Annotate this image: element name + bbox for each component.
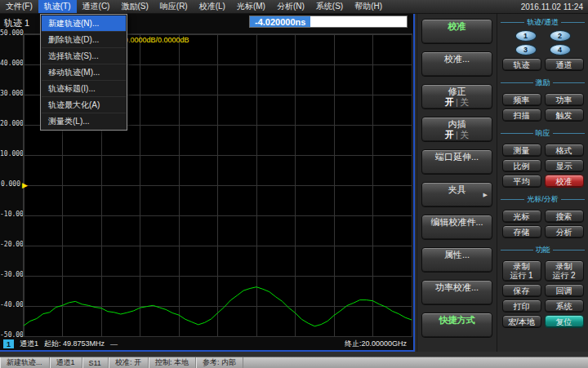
section-title: 响应	[501, 128, 585, 139]
hardkey-button[interactable]: 校准	[545, 175, 584, 188]
hardkey-button[interactable]: 光标	[502, 210, 541, 223]
hardkey-section: 激励 频率 功率	[501, 78, 585, 122]
hardkey-button[interactable]: 复位	[545, 315, 584, 328]
y-axis-tick: 40.000	[0, 60, 20, 68]
softkey-toggle-state	[456, 228, 459, 238]
hardkey-button[interactable]: 录制 运行 2	[545, 260, 584, 282]
status-segment: 新建轨迹...	[0, 357, 50, 368]
softkey-label: 校准	[448, 21, 466, 32]
softkey-label: 编辑校准件...	[430, 217, 483, 228]
section-title: 激励	[501, 78, 585, 88]
hardkey-button[interactable]: 频率	[502, 93, 541, 106]
hardkey-button[interactable]: 显示	[545, 159, 584, 172]
status-segment: S11	[82, 357, 109, 368]
hardkey-label: 光标	[514, 212, 530, 221]
softkey-button[interactable]: 编辑校准件...	[421, 215, 492, 240]
menu-option[interactable]: 新建轨迹(N)...	[42, 16, 126, 32]
menu-option[interactable]: 删除轨迹(D)...	[42, 32, 126, 48]
hardkey-button[interactable]: 搜索	[545, 210, 584, 223]
y-axis-tick: -30.000	[0, 271, 20, 279]
menubar-item[interactable]: 通道(C)	[77, 0, 116, 13]
hardkey-label: 校准	[556, 177, 572, 186]
menu-option[interactable]: 移动轨迹(M)...	[42, 64, 126, 81]
menubar-item[interactable]: 激励(S)	[115, 0, 154, 13]
hardkey-section: 功能 录制 运行 1 录制 运行 2	[501, 245, 585, 328]
channel-number-button[interactable]: 1	[515, 30, 537, 42]
channel-number-button[interactable]: 3	[515, 44, 537, 55]
hardkey-button[interactable]: 触发	[545, 109, 584, 122]
menu-option[interactable]: 选择轨迹(S)...	[42, 48, 126, 64]
softkey-button[interactable]: 功率校准...	[421, 280, 492, 305]
softkey-button[interactable]: 校准	[421, 19, 492, 44]
hardkey-button[interactable]: 回调	[545, 284, 584, 297]
softkey-toggle-state	[456, 326, 459, 336]
hardkey-label: 测量	[514, 146, 530, 155]
y-axis-tick: 50.000	[0, 29, 20, 38]
hardkey-group: 频率 功率 扫描	[501, 93, 585, 122]
hardkey-button[interactable]: 格式	[545, 144, 584, 157]
menubar-item[interactable]: 轨迹(T)	[38, 0, 77, 13]
hardkey-button[interactable]: 保存	[502, 284, 541, 297]
hardkey-label: 触发	[556, 111, 572, 120]
hardkey-button[interactable]: 录制 运行 1	[502, 260, 541, 282]
hardkey-button[interactable]: 系统	[545, 299, 584, 313]
softkey-button[interactable]: 端口延伸...	[421, 149, 492, 175]
menu-option[interactable]: 测量类(L)...	[42, 113, 126, 129]
y-axis-tick: 20.000	[0, 120, 20, 128]
hardkey-button[interactable]: 宏/本地	[502, 315, 541, 328]
menubar: 文件(F) 轨迹(T) 通道(C) 激励(S) 响应(R) 校准(L) 光标(M…	[0, 0, 588, 14]
menubar-item[interactable]: 系统(S)	[310, 0, 349, 13]
menubar-item[interactable]: 分析(N)	[271, 0, 310, 13]
hardkey-button[interactable]: 平均	[502, 175, 541, 188]
softkey-button[interactable]: 修正 开|关	[421, 84, 492, 109]
softkey-panel: 校准 校准... 修正 开|关 内插 开|关	[416, 14, 497, 352]
channel-number-button[interactable]: 4	[550, 44, 571, 55]
hardkey-group: 测量 格式 比例	[501, 144, 585, 188]
menu-option[interactable]: 轨迹最大化(A)	[42, 97, 126, 113]
section-title: 轨迹/通道	[501, 17, 585, 28]
hardkey-button[interactable]: 存储	[502, 225, 541, 238]
softkey-toggle-state	[456, 64, 459, 75]
hardkey-button[interactable]: 比例	[502, 159, 541, 172]
status-segment: 控制: 本地	[149, 357, 196, 368]
hardkey-button[interactable]: 测量	[502, 144, 541, 157]
y-axis-tick: 30.000	[0, 90, 20, 98]
softkey-button[interactable]: 内插 开|关	[421, 117, 492, 142]
hardkey-button[interactable]: 通道	[545, 58, 584, 71]
hardkey-button[interactable]: 打印	[502, 299, 541, 313]
hardkey-label: 录制	[514, 262, 530, 271]
reference-level-marker: ▶	[22, 180, 28, 190]
hardkey-button[interactable]: 分析	[545, 225, 584, 238]
menubar-item[interactable]: 校准(L)	[194, 0, 231, 13]
menubar-item[interactable]: 帮助(H)	[349, 0, 388, 13]
channel-number-button[interactable]: 2	[550, 30, 571, 42]
menubar-item[interactable]: 响应(R)	[154, 0, 194, 13]
value-entry-field[interactable]: -4.020000ns	[249, 16, 408, 28]
hardkey-button[interactable]: 扫描	[502, 109, 541, 122]
hardkey-label: 分析	[556, 228, 572, 237]
chart-footer: 1 通道1 起始: 49.8753MHz — 终止:20.00000GHz	[0, 338, 412, 350]
softkey-label: 快捷方式	[439, 315, 475, 326]
hardkey-button[interactable]: 轨迹	[502, 58, 541, 71]
hardkey-button[interactable]: 功率	[545, 93, 584, 106]
softkey-button[interactable]: 夹具 ▶	[421, 182, 492, 207]
hardkey-section: 响应 测量 格式	[501, 128, 585, 188]
status-segment: 校准: 开	[109, 357, 149, 368]
hardkey-label: 比例	[514, 162, 530, 171]
hardkey-label: 功率	[556, 95, 572, 104]
softkey-button[interactable]: 快捷方式	[421, 313, 492, 338]
status-segment: 参考: 内部	[196, 357, 243, 368]
softkey-toggle-state	[456, 162, 459, 173]
menubar-item[interactable]: 光标(M)	[231, 0, 271, 13]
softkey-toggle-state	[456, 293, 459, 304]
softkey-button[interactable]: 属性...	[421, 247, 492, 273]
scale-annotation: 50.0000dB/0.0000dB	[120, 36, 189, 44]
vna-application-window: 文件(F) 轨迹(T) 通道(C) 激励(S) 响应(R) 校准(L) 光标(M…	[0, 0, 588, 368]
menu-option[interactable]: 轨迹标题(I)...	[42, 81, 126, 97]
hardkey-label: 复位	[556, 317, 572, 326]
softkey-button[interactable]: 校准...	[421, 51, 492, 77]
menubar-item[interactable]: 文件(F)	[0, 0, 38, 13]
hardkey-group: 轨迹 通道	[501, 58, 585, 71]
hardkey-label: 搜索	[556, 212, 572, 221]
y-axis-labels: 50.000 40.000 30.000 20.000 10.000 0.000…	[0, 29, 20, 339]
